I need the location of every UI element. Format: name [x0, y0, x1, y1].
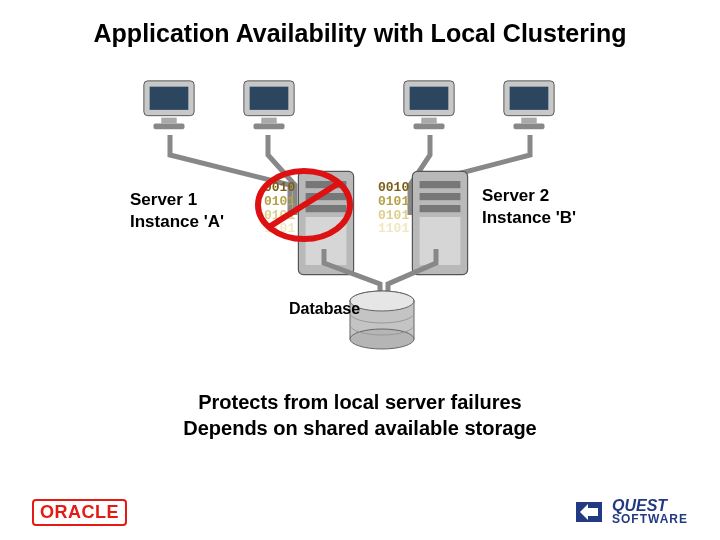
svg-rect-22 — [420, 181, 461, 188]
client-monitor-2 — [240, 77, 298, 139]
server-1-label: Server 1Instance 'A' — [130, 189, 224, 232]
client-monitor-3 — [400, 77, 458, 139]
svg-rect-1 — [150, 87, 189, 110]
svg-rect-2 — [161, 118, 176, 124]
svg-rect-14 — [521, 118, 536, 124]
svg-rect-24 — [420, 205, 461, 212]
binary-data-right: 0010010101011101 — [378, 181, 409, 236]
svg-rect-7 — [254, 124, 285, 130]
svg-rect-9 — [410, 87, 449, 110]
database-label: Database — [289, 300, 360, 318]
client-monitor-1 — [140, 77, 198, 139]
svg-rect-23 — [420, 193, 461, 200]
client-monitor-4 — [500, 77, 558, 139]
svg-rect-3 — [154, 124, 185, 130]
svg-rect-11 — [414, 124, 445, 130]
svg-rect-15 — [514, 124, 545, 130]
server-2-label: Server 2Instance 'B' — [482, 185, 576, 228]
quest-logo: QUESTSOFTWARE — [576, 498, 688, 526]
svg-rect-10 — [421, 118, 436, 124]
cluster-diagram: 0010010101011101 0010010101011101 Server… — [0, 57, 720, 297]
svg-rect-13 — [510, 87, 549, 110]
svg-rect-5 — [250, 87, 289, 110]
oracle-logo: ORACLE — [32, 499, 127, 526]
footer-logos: ORACLE QUESTSOFTWARE — [0, 498, 720, 526]
page-title: Application Availability with Local Clus… — [0, 0, 720, 57]
summary-text: Protects from local server failures Depe… — [0, 389, 720, 441]
prohibited-icon — [254, 165, 354, 245]
svg-rect-6 — [261, 118, 276, 124]
database-cylinder — [346, 289, 418, 351]
svg-line-27 — [269, 183, 339, 227]
